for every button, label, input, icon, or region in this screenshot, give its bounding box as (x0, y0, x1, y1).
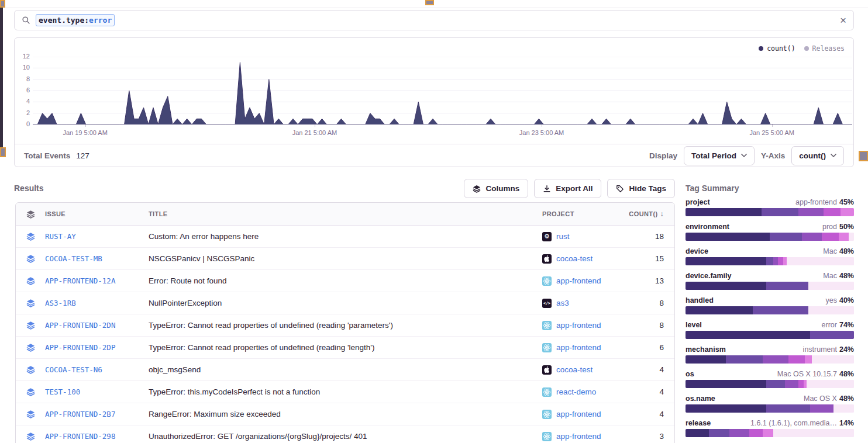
stack-icon (26, 299, 35, 307)
tag-distribution-bar[interactable] (686, 355, 854, 364)
table-row[interactable]: APP-FRONTEND-2DN TypeError: Cannot read … (16, 314, 674, 337)
tag-block[interactable]: project app-frontend 45% (686, 198, 854, 216)
chart-footer: Total Events 127 Display Total Period Y-… (15, 144, 853, 167)
project-cell[interactable]: cocoa-test (542, 365, 624, 375)
table-row[interactable]: COCOA-TEST-N6 objc_msgSend cocoa-test 4 (16, 359, 674, 381)
issue-link[interactable]: TEST-100 (45, 387, 149, 396)
tag-block[interactable]: handled yes 40% (686, 296, 854, 314)
download-icon (543, 185, 551, 193)
tag-block[interactable]: os Mac OS X 10.15.7 48% (686, 370, 854, 388)
results-toolbar: Columns Export All Hide Tags (464, 179, 675, 198)
tag-distribution-bar[interactable] (686, 282, 854, 290)
project-icon: </> (542, 299, 552, 308)
tag-bar-segment (808, 282, 854, 290)
tag-block[interactable]: device Mac 48% (686, 247, 854, 265)
tag-block[interactable]: mechanism instrument 24% (686, 345, 854, 364)
project-cell[interactable]: cocoa-test (542, 254, 624, 264)
project-link[interactable]: cocoa-test (556, 254, 593, 263)
table-body: RUST-AY Custom: An error happens here ⚙ … (16, 226, 674, 443)
table-row[interactable]: COCOA-TEST-MB NSCGSPanicv | NSCGSPanic c… (16, 248, 674, 270)
tag-block[interactable]: os.name Mac OS X 48% (686, 394, 854, 413)
legend-item[interactable]: count() (759, 44, 795, 53)
tag-bar-segment (778, 257, 783, 265)
tag-distribution-bar[interactable] (686, 306, 854, 314)
tag-bar-segment (686, 257, 766, 265)
project-link[interactable]: as3 (556, 299, 569, 307)
issue-link[interactable]: APP-FRONTEND-2DN (45, 321, 149, 330)
column-header-title[interactable]: TITLE (149, 210, 542, 217)
project-link[interactable]: app-frontend (556, 321, 601, 330)
issue-link[interactable]: APP-FRONTEND-2B7 (45, 410, 149, 418)
tag-block[interactable]: device.family Mac 48% (686, 272, 854, 290)
clear-search-icon[interactable]: × (840, 15, 846, 26)
table-row[interactable]: TEST-100 TypeError: this.myCodeIsPerfect… (16, 381, 674, 403)
tag-bar-segment (763, 355, 788, 364)
table-row[interactable]: APP-FRONTEND-2B7 RangeError: Maximum siz… (16, 403, 674, 425)
hide-tags-button[interactable]: Hide Tags (607, 179, 675, 198)
tag-top-percent: 48% (839, 394, 854, 403)
issue-link[interactable]: APP-FRONTEND-298 (45, 432, 149, 441)
issue-link[interactable]: COCOA-TEST-N6 (45, 365, 149, 374)
display-dropdown[interactable]: Total Period (684, 146, 755, 165)
tag-block[interactable]: release 1.6.1 (1.6.1), com.media… 14% (686, 419, 854, 437)
project-link[interactable]: app-frontend (556, 343, 601, 352)
project-icon (542, 254, 552, 264)
column-header-issue[interactable]: ISSUE (45, 210, 149, 217)
project-cell[interactable]: app-frontend (542, 321, 624, 330)
column-header-count[interactable]: COUNT()↓ (629, 210, 673, 218)
issue-link[interactable]: AS3-1RB (45, 299, 149, 307)
search-bar[interactable]: event.type:error × (14, 10, 854, 30)
issue-link[interactable]: APP-FRONTEND-12A (45, 276, 149, 285)
tag-bar-segment (773, 429, 854, 437)
issue-title: Error: Route not found (149, 276, 542, 285)
project-cell[interactable]: react-demo (542, 387, 624, 397)
project-cell[interactable]: app-frontend (542, 410, 624, 419)
column-header-project[interactable]: PROJECT (542, 210, 624, 217)
tag-distribution-bar[interactable] (686, 404, 854, 413)
project-cell[interactable]: ⚙ rust (542, 232, 624, 241)
tag-distribution-bar[interactable] (686, 233, 854, 241)
tag-top-percent: 74% (839, 321, 854, 329)
tag-distribution-bar[interactable] (686, 429, 854, 437)
stack-icon (26, 410, 35, 418)
tag-distribution-bar[interactable] (686, 208, 854, 216)
search-query-token[interactable]: event.type:error (36, 14, 115, 26)
project-link[interactable]: app-frontend (556, 410, 601, 418)
project-link[interactable]: cocoa-test (556, 365, 593, 374)
project-cell[interactable]: app-frontend (542, 276, 624, 286)
stack-icon (26, 343, 35, 352)
tag-block[interactable]: level error 74% (686, 321, 854, 339)
table-row[interactable]: AS3-1RB NullPointerException </> as3 8 (16, 292, 674, 314)
project-link[interactable]: react-demo (556, 387, 596, 396)
project-link[interactable]: rust (556, 232, 570, 241)
yaxis-dropdown[interactable]: count() (791, 146, 844, 165)
columns-button[interactable]: Columns (464, 179, 528, 198)
export-all-button[interactable]: Export All (534, 179, 601, 198)
table-row[interactable]: RUST-AY Custom: An error happens here ⚙ … (16, 226, 674, 248)
count-value: 4 (624, 365, 673, 374)
y-axis-label: 8 (16, 75, 30, 82)
issue-link[interactable]: APP-FRONTEND-2DP (45, 343, 149, 352)
events-chart-card: count()Releases Total Events 127 Display… (14, 37, 854, 167)
issue-title: TypeError: Cannot read properties of und… (149, 321, 542, 330)
tag-bar-segment (729, 429, 750, 437)
table-row[interactable]: APP-FRONTEND-298 UnauthorizedError: GET … (16, 425, 674, 443)
legend-item[interactable]: Releases (804, 44, 845, 53)
tag-block[interactable]: environment prod 50% (686, 223, 854, 241)
project-cell[interactable]: app-frontend (542, 432, 624, 441)
project-link[interactable]: app-frontend (556, 432, 601, 441)
issue-link[interactable]: RUST-AY (45, 232, 149, 241)
search-icon (22, 16, 30, 25)
tag-top-value: app-frontend (795, 198, 837, 206)
legend-label: count() (767, 44, 795, 53)
tag-distribution-bar[interactable] (686, 257, 854, 265)
table-row[interactable]: APP-FRONTEND-2DP TypeError: Cannot read … (16, 337, 674, 359)
project-cell[interactable]: app-frontend (542, 343, 624, 352)
issue-link[interactable]: COCOA-TEST-MB (45, 254, 149, 263)
tag-distribution-bar[interactable] (686, 331, 854, 339)
project-cell[interactable]: </> as3 (542, 299, 624, 308)
tag-distribution-bar[interactable] (686, 380, 854, 388)
table-row[interactable]: APP-FRONTEND-12A Error: Route not found … (16, 270, 674, 292)
events-area-chart[interactable] (33, 57, 852, 124)
project-link[interactable]: app-frontend (556, 276, 601, 285)
